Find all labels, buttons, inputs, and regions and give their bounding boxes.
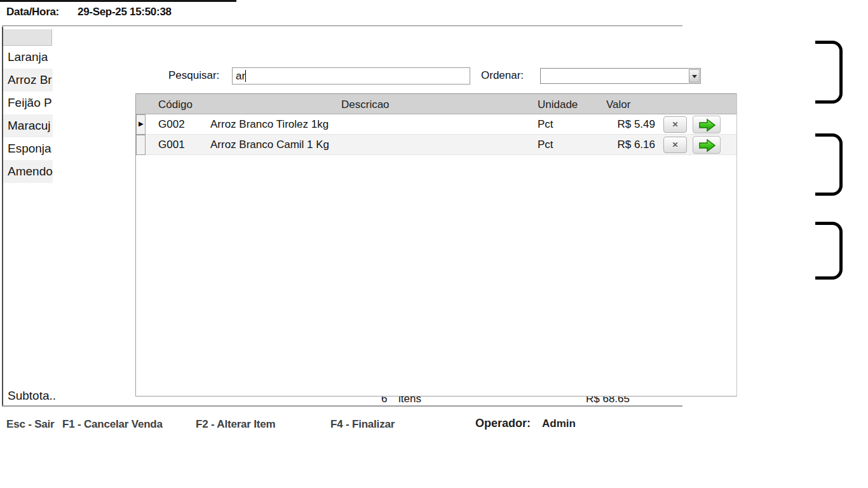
delete-icon: ✕ [672, 140, 678, 149]
column-header-valor[interactable]: Valor [606, 94, 630, 115]
row-selector-cell[interactable]: ▶ [136, 114, 146, 135]
products-table: Código Descricao Unidade Valor ▶ G002 Ar… [135, 93, 737, 396]
cell-valor: R$ 6.16 [574, 135, 655, 155]
search-label: Pesquisar: [168, 69, 219, 82]
arrow-right-icon [698, 118, 716, 132]
cell-codigo: G002 [158, 114, 185, 135]
header-separator [2, 25, 682, 27]
top-bar-fragment [0, 0, 236, 2]
row-selector-icon: ▶ [139, 120, 144, 127]
window-bottom-border [2, 405, 682, 407]
text-caret [245, 70, 246, 82]
remove-item-button[interactable]: ✕ [663, 137, 687, 153]
cell-unidade: Pct [538, 114, 553, 135]
remove-item-button[interactable]: ✕ [663, 116, 687, 133]
search-input[interactable]: ar [232, 67, 470, 85]
cell-unidade: Pct [538, 135, 553, 155]
datetime-value: 29-Sep-25 15:50:38 [78, 6, 172, 18]
shortcut-f4-finalizar: F4 - Finalizar [330, 418, 395, 431]
table-row[interactable]: G001 Arroz Branco Camil 1 Kg Pct R$ 6.16… [136, 135, 736, 155]
table-header-row: Código Descricao Unidade Valor [136, 93, 736, 114]
search-input-value: ar [236, 70, 245, 82]
order-label: Ordenar: [481, 69, 524, 82]
product-search-panel: Pesquisar: ar Ordenar: Código Descricao … [53, 29, 737, 396]
sale-list-corner-header [3, 29, 52, 46]
row-selector-cell[interactable] [136, 135, 146, 155]
arrow-right-icon [698, 139, 716, 152]
datetime-label: Data/Hora: [6, 6, 59, 18]
column-header-codigo[interactable]: Código [158, 94, 193, 115]
operator-value: Admin [542, 417, 576, 430]
bracket-shape [815, 133, 843, 196]
bracket-shape [815, 222, 843, 280]
table-row[interactable]: ▶ G002 Arroz Branco Tirolez 1kg Pct R$ 5… [136, 114, 736, 135]
subtotal-label: Subtota.. [8, 389, 56, 403]
shortcut-esc-sair: Esc - Sair [6, 418, 55, 431]
operator-label: Operador: [475, 417, 531, 430]
bracket-shape [815, 41, 843, 104]
shortcut-f2-alterar: F2 - Alterar Item [196, 418, 275, 431]
delete-icon: ✕ [672, 120, 678, 129]
column-header-descricao[interactable]: Descricao [341, 94, 390, 115]
order-select[interactable] [540, 68, 701, 84]
cell-descricao: Arroz Branco Camil 1 Kg [210, 135, 329, 155]
column-header-unidade[interactable]: Unidade [538, 94, 578, 115]
cell-descricao: Arroz Branco Tirolez 1kg [210, 114, 329, 135]
cell-codigo: G001 [158, 135, 185, 155]
combo-dropdown-button[interactable] [689, 69, 700, 83]
chevron-down-icon [692, 75, 697, 78]
shortcut-f1-cancelar: F1 - Cancelar Venda [62, 418, 163, 431]
cell-valor: R$ 5.49 [574, 114, 655, 135]
add-item-button[interactable] [693, 136, 721, 154]
add-item-button[interactable] [693, 116, 721, 133]
